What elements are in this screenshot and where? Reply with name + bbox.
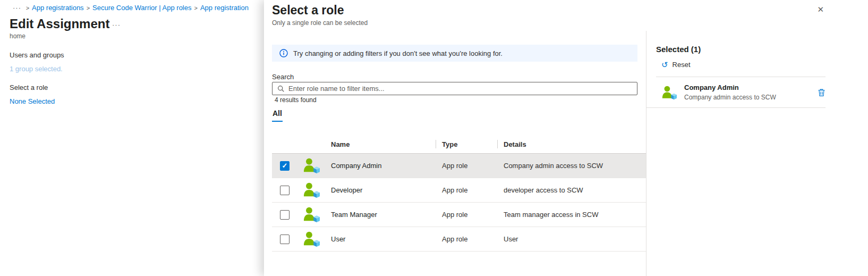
role-details: Team manager access in SCW	[504, 211, 646, 219]
selected-count-title: Selected (1)	[656, 45, 868, 54]
app-role-icon	[303, 206, 321, 223]
page-subtitle: home	[10, 32, 25, 40]
role-name: Company Admin	[331, 162, 442, 170]
column-header-name[interactable]: Name	[331, 135, 436, 153]
breadcrumb: ··· >App registrations>Secure Code Warri…	[13, 4, 264, 12]
info-icon	[279, 49, 288, 57]
breadcrumb-separator: >	[194, 5, 197, 11]
flyout-subtitle: Only a single role can be selected	[272, 19, 368, 27]
role-details: User	[504, 235, 646, 243]
flyout-title: Select a role	[272, 3, 344, 18]
info-banner-text: Try changing or adding filters if you do…	[293, 49, 503, 57]
app-role-icon	[303, 182, 321, 198]
table-row[interactable]: User App role User	[272, 227, 646, 252]
app-role-icon	[661, 85, 677, 100]
tab-all[interactable]: All	[272, 109, 283, 122]
table-row[interactable]: Company Admin App role Company admin acc…	[272, 154, 646, 178]
breadcrumb-item[interactable]: App registration	[200, 4, 249, 12]
role-name: User	[331, 235, 442, 243]
role-checkbox[interactable]	[280, 235, 290, 244]
roles-table: Name Type Details Company Admin App role…	[272, 135, 646, 252]
column-header-type[interactable]: Type	[436, 135, 497, 153]
breadcrumb-overflow-ellipsis[interactable]: ···	[13, 4, 21, 12]
breadcrumb-separator: >	[26, 5, 29, 11]
role-checkbox[interactable]	[280, 210, 290, 220]
search-box[interactable]	[272, 82, 637, 95]
select-role-flyout: Select a role Only a single role can be …	[264, 0, 868, 276]
app-role-icon	[303, 231, 321, 247]
role-type: App role	[442, 162, 504, 170]
app-role-icon	[303, 157, 321, 174]
search-input[interactable]	[288, 85, 632, 93]
results-count: 4 results found	[275, 96, 317, 104]
role-type: App role	[442, 211, 504, 219]
selected-item: Company Admin Company admin access to SC…	[646, 77, 826, 108]
table-row[interactable]: Team Manager App role Team manager acces…	[272, 203, 646, 227]
reset-undo-icon: ↺	[661, 61, 668, 69]
role-checkbox[interactable]	[280, 161, 290, 171]
role-name: Team Manager	[331, 211, 442, 219]
role-type: App role	[442, 186, 504, 194]
role-details: Company admin access to SCW	[504, 162, 646, 170]
background-page: ··· >App registrations>Secure Code Warri…	[0, 0, 264, 276]
selected-sidebar: Selected (1) ↺ Reset Company Admin Compa…	[646, 31, 868, 276]
delete-icon[interactable]	[818, 88, 826, 97]
select-role-label: Select a role	[10, 83, 48, 91]
table-row[interactable]: Developer App role developer access to S…	[272, 178, 646, 203]
role-checkbox[interactable]	[280, 186, 290, 195]
page-title: Edit Assignment	[10, 16, 109, 31]
selected-item-name: Company Admin	[684, 83, 776, 91]
role-name: Developer	[331, 186, 442, 194]
breadcrumb-separator: >	[87, 5, 90, 11]
column-header-details[interactable]: Details	[497, 135, 646, 153]
role-selected-link[interactable]: None Selected	[10, 97, 55, 105]
role-type: App role	[442, 235, 504, 243]
roles-table-body: Company Admin App role Company admin acc…	[272, 154, 646, 252]
role-details: developer access to SCW	[504, 186, 646, 194]
reset-label: Reset	[673, 61, 691, 69]
info-banner: Try changing or adding filters if you do…	[272, 45, 637, 62]
table-header: Name Type Details	[272, 135, 646, 154]
users-groups-label: Users and groups	[10, 51, 64, 59]
breadcrumb-item[interactable]: App registrations	[32, 4, 84, 12]
reset-button[interactable]: ↺ Reset	[661, 61, 691, 69]
users-groups-selected-link[interactable]: 1 group selected.	[10, 65, 63, 73]
search-label: Search	[272, 73, 294, 81]
selected-items: Company Admin Company admin access to SC…	[646, 77, 868, 108]
selected-item-details: Company admin access to SCW	[684, 94, 776, 101]
close-icon[interactable]: ✕	[817, 5, 824, 13]
breadcrumb-item[interactable]: Secure Code Warrior | App roles	[92, 4, 191, 12]
search-icon	[277, 85, 285, 93]
page-menu-ellipsis-icon[interactable]: ···	[112, 21, 121, 29]
